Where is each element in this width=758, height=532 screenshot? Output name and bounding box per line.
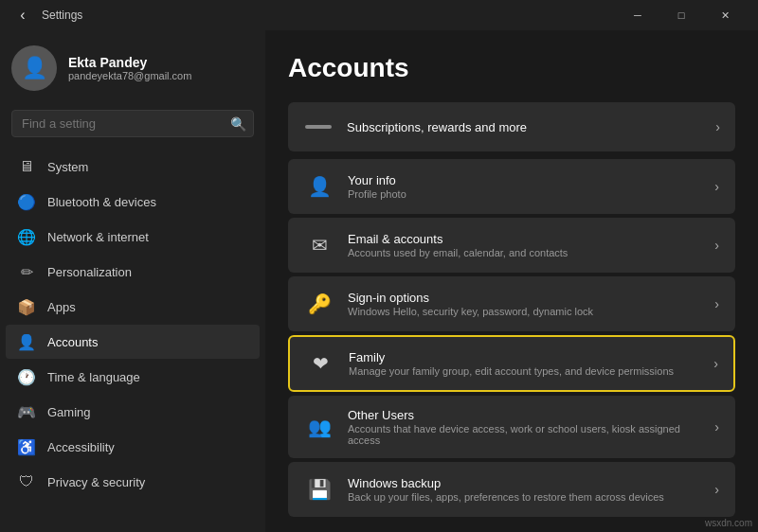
settings-item-sign-in[interactable]: 🔑 Sign-in options Windows Hello, securit… (288, 276, 735, 331)
search-input[interactable] (11, 110, 254, 137)
avatar: 👤 (11, 45, 57, 91)
search-icon: 🔍 (230, 116, 246, 132)
nav-icon-personalization: ✏ (17, 262, 36, 281)
nav-label-time: Time & language (47, 370, 140, 384)
nav-icon-apps: 📦 (17, 297, 36, 316)
nav-label-accessibility: Accessibility (47, 440, 115, 454)
page-title: Accounts (288, 53, 735, 83)
icon-your-info: 👤 (304, 171, 334, 202)
back-button[interactable]: ‹ (11, 4, 34, 27)
subtitle-email-accounts: Accounts used by email, calendar, and co… (348, 247, 701, 258)
icon-email-accounts: ✉ (304, 230, 334, 260)
icon-sign-in: 🔑 (304, 289, 334, 319)
chevron-other-users: › (714, 419, 719, 434)
chevron-email-accounts: › (714, 238, 719, 253)
nav-label-personalization: Personalization (47, 265, 132, 279)
settings-item-family[interactable]: ❤ Family Manage your family group, edit … (288, 335, 735, 392)
nav-icon-system: 🖥 (17, 157, 36, 176)
sidebar-item-accounts[interactable]: 👤 Accounts (6, 325, 260, 359)
settings-item-email-accounts[interactable]: ✉ Email & accounts Accounts used by emai… (288, 218, 735, 273)
title-subscriptions: Subscriptions, rewards and more (347, 120, 702, 134)
sidebar-item-system[interactable]: 🖥 System (6, 150, 260, 184)
nav-label-apps: Apps (47, 300, 76, 314)
sidebar-item-network[interactable]: 🌐 Network & internet (6, 220, 260, 254)
nav-icon-time: 🕐 (17, 367, 36, 386)
sidebar-item-time[interactable]: 🕐 Time & language (6, 360, 260, 394)
subtitle-windows-backup: Back up your files, apps, preferences to… (348, 491, 701, 503)
sidebar-item-bluetooth[interactable]: 🔵 Bluetooth & devices (6, 185, 260, 219)
nav-label-network: Network & internet (47, 230, 149, 244)
title-other-users: Other Users (348, 408, 701, 422)
nav-label-bluetooth: Bluetooth & devices (47, 195, 156, 209)
subtitle-other-users: Accounts that have device access, work o… (348, 423, 701, 446)
minimize-button[interactable]: ─ (616, 0, 659, 30)
sidebar-item-privacy[interactable]: 🛡 Privacy & security (6, 465, 260, 499)
sidebar-item-apps[interactable]: 📦 Apps (6, 290, 260, 324)
nav-icon-network: 🌐 (17, 227, 36, 246)
nav-label-gaming: Gaming (47, 405, 91, 419)
nav-icon-accounts: 👤 (17, 332, 36, 351)
title-windows-backup: Windows backup (348, 476, 701, 490)
user-email: pandeyekta78@gmail.com (68, 70, 191, 81)
title-family: Family (349, 350, 700, 364)
close-button[interactable]: ✕ (703, 0, 747, 30)
nav-icon-accessibility: ♿ (17, 437, 36, 456)
title-sign-in: Sign-in options (348, 291, 701, 305)
subtitle-your-info: Profile photo (348, 188, 701, 200)
icon-family: ❤ (305, 348, 335, 379)
user-profile[interactable]: 👤 Ekta Pandey pandeyekta78@gmail.com (0, 30, 265, 106)
title-your-info: Your info (348, 173, 701, 187)
title-bar: ‹ Settings ─ □ ✕ (0, 0, 758, 30)
maximize-button[interactable]: □ (659, 0, 703, 30)
chevron-family: › (713, 356, 718, 371)
chevron-subscriptions: › (715, 119, 720, 134)
icon-other-users: 👥 (304, 412, 334, 442)
search-bar: 🔍 (11, 110, 254, 137)
nav-icon-privacy: 🛡 (17, 472, 36, 491)
chevron-your-info: › (714, 179, 719, 194)
icon-subscriptions (303, 112, 334, 142)
nav-list: 🖥 System 🔵 Bluetooth & devices 🌐 Network… (0, 149, 265, 500)
nav-icon-bluetooth: 🔵 (17, 192, 36, 211)
nav-label-accounts: Accounts (47, 335, 98, 349)
content-area: Accounts Subscriptions, rewards and more… (265, 30, 758, 532)
window-controls: ─ □ ✕ (616, 0, 747, 30)
sidebar: 👤 Ekta Pandey pandeyekta78@gmail.com 🔍 🖥… (0, 30, 265, 532)
settings-item-windows-backup[interactable]: 💾 Windows backup Back up your files, app… (288, 462, 735, 517)
settings-list: Subscriptions, rewards and more › 👤 Your… (288, 102, 735, 517)
icon-windows-backup: 💾 (304, 474, 334, 505)
main-layout: 👤 Ekta Pandey pandeyekta78@gmail.com 🔍 🖥… (0, 30, 758, 532)
chevron-sign-in: › (714, 296, 719, 311)
user-info: Ekta Pandey pandeyekta78@gmail.com (68, 55, 191, 81)
nav-icon-gaming: 🎮 (17, 402, 36, 421)
user-name: Ekta Pandey (68, 55, 191, 70)
title-bar-title: Settings (42, 9, 616, 22)
settings-item-subscriptions[interactable]: Subscriptions, rewards and more › (288, 102, 735, 151)
sidebar-item-gaming[interactable]: 🎮 Gaming (6, 395, 260, 429)
subtitle-sign-in: Windows Hello, security key, password, d… (348, 306, 701, 317)
title-email-accounts: Email & accounts (348, 232, 701, 246)
chevron-windows-backup: › (714, 482, 719, 497)
sidebar-item-accessibility[interactable]: ♿ Accessibility (6, 430, 260, 464)
back-icon: ‹ (20, 7, 25, 24)
watermark: wsxdn.com (705, 518, 752, 528)
sidebar-item-personalization[interactable]: ✏ Personalization (6, 255, 260, 289)
settings-item-your-info[interactable]: 👤 Your info Profile photo › (288, 159, 735, 214)
settings-item-other-users[interactable]: 👥 Other Users Accounts that have device … (288, 396, 735, 458)
subtitle-family: Manage your family group, edit account t… (349, 365, 700, 377)
nav-label-privacy: Privacy & security (47, 475, 145, 489)
nav-label-system: System (47, 160, 88, 174)
